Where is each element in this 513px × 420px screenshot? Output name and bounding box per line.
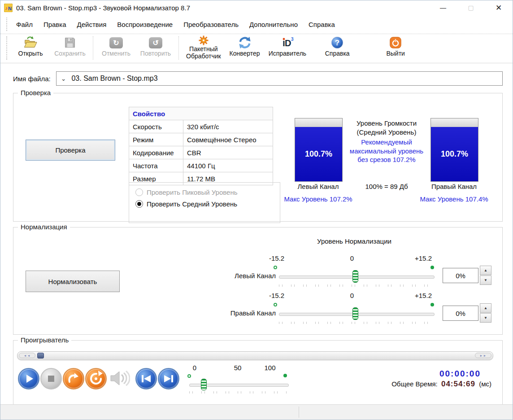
- radio-average-level[interactable]: Проверить Средний Уровень: [135, 200, 280, 208]
- property-value: Совмещённое Стерео: [183, 133, 273, 146]
- filename-combobox[interactable]: ⌄ 03. Sam Brown - Stop.mp3: [56, 71, 503, 86]
- status-bar-divider: [299, 407, 299, 418]
- toolbar-exit-button[interactable]: Выйти: [376, 35, 415, 57]
- toolbar-help-button[interactable]: ? Справка: [317, 35, 357, 57]
- toolbar-redo-button[interactable]: ↺ Повторить: [136, 35, 175, 57]
- toolbar-converter-button[interactable]: Конвертер: [225, 35, 265, 57]
- left-range-end-marker: [430, 266, 434, 269]
- menu-file[interactable]: Файл: [11, 21, 38, 28]
- toolbar-batch-label-1: Пакетный: [189, 46, 217, 52]
- total-time-value: 04:54:69: [441, 380, 475, 388]
- table-row: Скорость 320 кбит/с: [129, 120, 273, 133]
- toolbar-save-label: Сохранить: [54, 50, 86, 57]
- right-channel-label: Правый Канал: [430, 183, 478, 190]
- svg-text:N: N: [8, 5, 12, 11]
- menu-additional[interactable]: Дополнительно: [244, 21, 303, 28]
- menubar-grip[interactable]: [6, 18, 7, 31]
- volume-range-start-marker: [187, 374, 191, 378]
- seek-back-button[interactable]: ◄◄: [19, 353, 35, 358]
- normalization-group: Нормализация Нормализовать Уровень Норма…: [13, 227, 503, 335]
- next-track-button[interactable]: [158, 368, 179, 389]
- elapsed-time: 00:00:00: [391, 368, 481, 379]
- app-window: ♪ N 03. Sam Brown - Stop.mp3 - Звуковой …: [0, 0, 513, 420]
- property-name: Кодирование: [129, 146, 183, 159]
- loop-arrow-icon: [64, 369, 83, 389]
- total-time-row: Общее Время: 04:54:69 (мс): [391, 379, 491, 389]
- close-button[interactable]: ✕: [485, 0, 513, 15]
- repeat-button[interactable]: [85, 368, 107, 389]
- volume-scale-mid: 50: [234, 364, 242, 372]
- menu-actions[interactable]: Действия: [72, 21, 112, 28]
- radio-peak-level[interactable]: Проверить Пиковый Уровень: [135, 188, 280, 196]
- left-channel-slider-handle[interactable]: [352, 270, 358, 283]
- property-name: Частота: [129, 159, 183, 172]
- right-scale-max: +15.2: [415, 292, 432, 299]
- filename-row: Имя файла: ⌄ 03. Sam Brown - Stop.mp3: [0, 63, 513, 88]
- right-spin-up-button[interactable]: ▲: [480, 303, 491, 313]
- volume-scale-max: 100: [264, 364, 275, 372]
- toolbar-batch-processor-button[interactable]: Пакетный Обработчик: [182, 35, 225, 59]
- toolbar-open-button[interactable]: Открыть: [11, 35, 50, 57]
- check-mode-box: Проверить Пиковый Уровень Проверить Сред…: [129, 182, 280, 223]
- maximize-button[interactable]: ▢: [457, 0, 485, 15]
- left-spin-down-button[interactable]: ▼: [480, 276, 491, 285]
- menu-playback[interactable]: Воспроизведение: [112, 21, 178, 28]
- minimize-button[interactable]: —: [429, 0, 457, 15]
- right-slider-label: Правый Канал: [202, 309, 276, 317]
- right-spin-down-button[interactable]: ▼: [480, 313, 491, 323]
- property-name: Скорость: [129, 120, 183, 133]
- save-floppy-icon: [64, 35, 76, 50]
- menu-edit[interactable]: Правка: [38, 21, 72, 28]
- toolbar-batch-label-2: Обработчик: [186, 53, 221, 60]
- right-slider-ticks: [279, 322, 434, 324]
- db-reference-label: 100% = 89 Дб: [335, 183, 438, 190]
- check-group: Проверка Проверка Свойство Скорость 320 …: [13, 93, 503, 222]
- left-scale-min: -15.2: [269, 254, 284, 262]
- stop-button[interactable]: [40, 368, 62, 389]
- table-row: Режим Совмещённое Стерео: [129, 133, 273, 146]
- volume-slider-handle[interactable]: [201, 379, 207, 390]
- previous-track-button[interactable]: [135, 368, 157, 389]
- left-spin-up-button[interactable]: ▲: [480, 266, 491, 275]
- seek-bar[interactable]: ◄◄ ►►: [17, 351, 493, 360]
- check-group-title: Проверка: [18, 89, 53, 96]
- loop-button[interactable]: [63, 368, 84, 389]
- normalization-group-title: Нормализация: [18, 223, 70, 231]
- seek-handle[interactable]: [37, 353, 44, 359]
- volume-speaker-icon[interactable]: [109, 369, 130, 389]
- seek-forward-button[interactable]: ►►: [475, 353, 491, 358]
- right-channel-slider-handle[interactable]: [352, 307, 358, 320]
- normalize-button[interactable]: Нормализовать: [26, 271, 120, 292]
- right-range-end-marker: [430, 303, 434, 306]
- menu-converter[interactable]: Преобразователь: [178, 21, 244, 28]
- toolbar-open-label: Открыть: [18, 50, 43, 57]
- toolbar-undo-button[interactable]: ↻ Отменить: [96, 35, 136, 57]
- play-icon: [19, 369, 39, 389]
- property-value: CBR: [183, 146, 273, 159]
- toolbar-redo-label: Повторить: [140, 50, 171, 57]
- time-display: 00:00:00 Общее Время: 04:54:69 (мс): [391, 368, 491, 389]
- toolbar-help-label: Справка: [325, 50, 350, 57]
- toolbar-save-button[interactable]: Сохранить: [50, 35, 90, 57]
- left-slider-label: Левый Канал: [202, 272, 276, 280]
- check-button[interactable]: Проверка: [26, 140, 115, 161]
- radio-average-label: Проверить Средний Уровень: [147, 200, 237, 208]
- left-scale-max: +15.2: [415, 254, 432, 262]
- max-level-right: Макс Уровень 107.4%: [399, 195, 509, 203]
- svg-text:D: D: [285, 38, 291, 48]
- exit-power-icon: [389, 35, 402, 50]
- window-controls: — ▢ ✕: [429, 0, 513, 15]
- menu-help[interactable]: Справка: [303, 21, 340, 28]
- titlebar: ♪ N 03. Sam Brown - Stop.mp3 - Звуковой …: [0, 0, 513, 15]
- toolbar-grip[interactable]: [6, 36, 7, 60]
- chevron-down-icon[interactable]: ⌄: [61, 75, 66, 82]
- repeat-arrow-icon: [86, 369, 106, 389]
- toolbar-fixer-label: Исправитель: [269, 50, 307, 57]
- volume-scale-min: 0: [193, 364, 196, 372]
- left-normalization-value[interactable]: 0%: [443, 268, 478, 283]
- help-question-icon: ?: [330, 35, 344, 50]
- play-button[interactable]: [18, 368, 39, 389]
- previous-icon: [136, 369, 156, 389]
- toolbar-fixer-button[interactable]: D 3 Исправитель: [265, 35, 311, 57]
- right-normalization-value[interactable]: 0%: [443, 306, 478, 321]
